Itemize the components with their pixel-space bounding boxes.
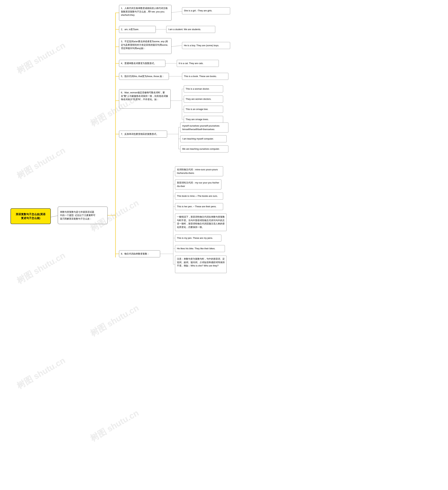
svg-line-13 <box>170 45 182 47</box>
branch-1-example-1: She is a girl. -They are girls. <box>182 7 230 14</box>
branch-8-example-6: This is my pen. These are my pens. <box>175 235 221 242</box>
main-node-text: 单数句变复数句是七年级英语试题中的一个题型. 记住以下几要素即可迎刃而解英语复数… <box>60 210 95 221</box>
branch-6-example-2-text: They are women doctors. <box>186 97 211 101</box>
branch-5-node: 5、指示代词this, that变为these, those.如： <box>119 73 169 80</box>
branch-6-example-2: They are women doctors. <box>184 96 223 103</box>
svg-line-11 <box>170 11 182 13</box>
branch-2-text: 2、am, is变为are. <box>121 28 139 31</box>
branch-8-example-5-text: 一般情况下，形容词性物主代词在单数句变复数句时不变。当句中形容词性物主代词与句中… <box>177 216 225 228</box>
branch-8-example-5: 一般情况下，形容词性物主代词在单数句变复数句时不变。当句中形容词性物主代词与句中… <box>175 214 227 231</box>
branch-4-example-1-text: It is a cat. They are cats. <box>179 62 203 65</box>
branch-5-example-1: This is a book. These are books. <box>182 73 228 80</box>
branch-4-text: 4、普通单数名词要变为复数形式。 <box>121 62 156 65</box>
branch-7-example-3-text: We are teaching ourselves computer. <box>182 147 220 151</box>
branch-7-example-1: myself-ourselves yourself-yourselveshims… <box>180 122 228 132</box>
branch-7-node: 7、反身单词也要变相应的复数形式。 <box>119 131 167 138</box>
branch-1-text: 1、人称代词主格单数变成相应的人称代词主格复数英语复数句子怎么改，即I-we; … <box>121 7 168 16</box>
branch-1-node: 1、人称代词主格单数变成相应的人称代词主格复数英语复数句子怎么改，即I-we; … <box>119 5 172 21</box>
branch-8-text: 8、物主代词由单数变复数： <box>121 252 149 256</box>
root-node-text: 英语复数句子怎么改(英语复述句子怎么做) <box>16 212 45 220</box>
branch-6-example-3-text: This is an ornage tree. <box>186 107 208 111</box>
branch-1-example-1-text: She is a girl. -They are girls. <box>184 9 212 12</box>
main-node: 单数句变复数句是七年级英语试题中的一个题型. 记住以下几要素即可迎刃而解英语复数… <box>58 207 108 224</box>
branch-8-example-1-text: 名词性物主代词：mine-ours yours-yourshis/hers/it… <box>177 168 218 174</box>
branch-8-example-7: He likes his bike. They like their bikes… <box>175 245 225 252</box>
branch-3-example-1: He is a boy. They are (some) boys. <box>182 42 230 49</box>
branch-8-example-3-text: This book is mine.—The books are ours. <box>177 194 218 198</box>
branch-4-example-1: It is a cat. They are cats. <box>177 60 219 67</box>
branch-8-example-8: 注意：单数句变为复数句时，句中的形容词、定冠词、副词、疑问词、介词短语和感叹词等… <box>175 256 227 273</box>
branch-8-example-4-text: This is her pen. – These are their pens. <box>177 205 216 208</box>
watermark-7: 树图 shutu.cn <box>15 355 67 392</box>
branch-2-node: 2、am, is变为are. <box>119 26 156 33</box>
branch-3-text: 3、不定冠词a/an要去掉或者变为some, any (肯定句及希望得到对方肯定… <box>121 40 168 50</box>
branch-7-example-3: We are teaching ourselves computer. <box>180 146 228 152</box>
mind-map: 树图 shutu.cn 树图 shutu.cn 树图 shutu.cn 树图 s… <box>0 0 448 490</box>
watermark-8: 树图 shutu.cn <box>88 407 141 444</box>
branch-8-example-6-text: This is my pen. These are my pens. <box>177 236 213 240</box>
branch-6-example-1: This is a woman doctor. <box>184 85 223 92</box>
branch-3-example-1-text: He is a boy. They are (some) boys. <box>184 44 219 47</box>
branch-7-example-1-text: myself-ourselves yourself-yourselveshims… <box>182 124 219 131</box>
branch-2-example-1-text: I am a student. We are students. <box>168 28 201 31</box>
branch-6-example-4-text: They are ornage trees. <box>186 118 209 121</box>
branch-2-example-1: I am a student. We are students. <box>166 26 215 33</box>
branch-8-example-8-text: 注意：单数句变为复数句时，句中的形容词、定冠词、副词、疑问词、介词短语和感叹词等… <box>177 257 225 267</box>
branch-5-example-1-text: This is a book. These are books. <box>184 75 217 78</box>
branch-6-example-3: This is an ornage tree. <box>184 106 223 113</box>
branch-7-example-2: I am teaching myself computer. <box>180 135 227 142</box>
branch-3-node: 3、不定冠词a/an要去掉或者变为some, any (肯定句及希望得到对方肯定… <box>119 38 172 54</box>
watermark-5: 树图 shutu.cn <box>15 250 67 287</box>
branch-6-example-1-text: This is a woman doctor. <box>186 87 210 91</box>
watermark-1: 树图 shutu.cn <box>15 40 67 77</box>
branch-8-example-3: This book is mine.—The books are ours. <box>175 192 223 200</box>
branch-5-text: 5、指示代词this, that变为these, those.如： <box>121 75 164 78</box>
branch-4-node: 4、普通单数名词要变为复数形式。 <box>119 60 165 67</box>
branch-7-text: 7、反身单词也要变相应的复数形式。 <box>121 132 159 136</box>
branch-8-example-4: This is her pen. – These are their pens. <box>175 203 223 210</box>
branch-8-node: 8、物主代词由单数变复数： <box>119 250 160 257</box>
branch-7-example-2-text: I am teaching myself computer. <box>182 137 214 140</box>
branch-8-example-2: 形容词性主代词：my-our your-you his/her/its-thei… <box>175 179 221 189</box>
watermark-3: 树图 shutu.cn <box>15 145 67 182</box>
root-node: 英语复数句子怎么改(英语复述句子怎么做) <box>10 208 51 224</box>
branch-8-example-2-text: 形容词性主代词：my-our your-you his/her/its-thei… <box>177 181 219 187</box>
branch-8-example-7-text: He likes his bike. They like their bikes… <box>177 247 215 250</box>
watermark-6: 树图 shutu.cn <box>88 302 141 339</box>
branch-6-example-4: They are ornage trees. <box>184 116 223 123</box>
branch-6-text: 6、Man, woman做定语修饰可数名词时，要在"数"上与被修饰名词保持一致，… <box>121 91 168 101</box>
branch-6-node: 6、Man, woman做定语修饰可数名词时，要在"数"上与被修饰名词保持一致，… <box>119 89 171 109</box>
branch-8-example-1: 名词性物主代词：mine-ours yours-yourshis/hers/it… <box>175 166 223 176</box>
